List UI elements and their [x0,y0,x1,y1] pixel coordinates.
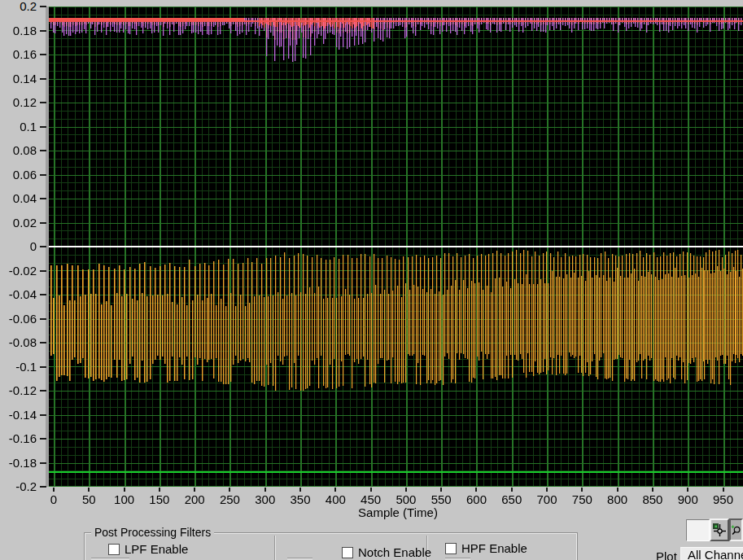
hpf-checkbox-box[interactable] [445,543,457,554]
zoom-magnifier-icon [731,523,741,537]
labview-front-panel: { "graph": { "xlabel": "Sample (Time)", … [0,0,743,560]
waveform-plot-canvas[interactable] [49,7,743,487]
y-tick-label: 0.12 [0,95,37,110]
x-tick-mark [723,488,724,492]
x-tick-mark [652,488,653,492]
x-tick-mark [299,488,301,492]
plot-channel-dropdown[interactable]: All Channel [680,547,743,560]
hpf-checkbox-label: HPF Enable [461,541,527,555]
x-tick-mark [440,488,442,492]
cursor-crosshair-icon [712,523,727,537]
notch-checkbox-box[interactable] [342,547,353,558]
x-tick-mark [194,488,195,492]
x-tick-mark [405,488,407,492]
lpf-checkbox-box[interactable] [108,544,120,555]
graph-tools-display [686,519,710,541]
x-tick-mark [546,488,548,492]
y-tick-label: -0.04 [0,287,37,302]
y-tick-mark [40,174,46,176]
y-tick-label: 0.2 [0,0,37,14]
y-tick-label: -0.06 [0,312,37,326]
y-tick-label: 0.1 [0,120,37,134]
x-tick-mark [229,488,230,492]
y-tick-mark [40,222,46,224]
x-tick-mark [511,488,513,492]
y-tick-label: 0.02 [0,216,37,230]
x-axis-title: Sample (Time) [317,505,479,519]
y-tick-mark [40,390,46,392]
groupbox-title: Post Processing Filters [91,526,214,539]
y-tick-mark [40,6,46,7]
y-tick-mark [40,366,46,368]
y-tick-mark [40,150,46,151]
y-tick-mark [40,246,46,247]
plot-selector-label: Plot [656,549,677,560]
y-tick-mark [40,126,46,128]
y-tick-label: -0.16 [0,431,37,446]
y-tick-mark [40,198,46,199]
y-tick-label: -0.08 [0,335,37,350]
y-tick-label: 0.16 [0,47,37,62]
y-tick-label: -0.12 [0,383,37,398]
zoom-tool-button[interactable] [729,518,743,541]
x-tick-mark [687,488,688,492]
notch-checkbox-label: Notch Enable [358,545,431,559]
y-tick-mark [40,54,46,55]
y-tick-label: 0.04 [0,191,37,206]
plot-channel-value: All Channel [688,548,743,560]
x-tick-mark [617,488,618,492]
x-tick-mark [581,488,583,492]
y-tick-mark [40,318,46,320]
y-tick-mark [40,462,46,464]
y-tick-label: -0.02 [0,264,37,278]
y-tick-mark [40,30,46,32]
y-tick-mark [40,270,46,272]
y-tick-label: -0.1 [0,360,37,374]
y-tick-label: -0.14 [0,408,37,422]
lpf-enable-checkbox[interactable]: LPF Enable [108,542,188,556]
y-tick-mark [40,438,46,440]
y-tick-mark [40,414,46,416]
y-tick-mark [40,102,46,103]
y-tick-label: 0.14 [0,72,37,86]
y-tick-label: 0.08 [0,143,37,158]
x-tick-mark [124,488,125,492]
cursor-tool-button[interactable] [710,518,729,541]
x-tick-label: 950 [699,492,743,506]
y-tick-label: 0.06 [0,168,37,182]
group-separator-1 [274,536,275,560]
lpf-checkbox-label: LPF Enable [125,542,188,556]
x-tick-mark [53,488,55,492]
x-tick-mark [475,488,477,492]
y-tick-mark [40,486,46,488]
x-tick-mark [264,488,266,492]
y-tick-label: -0.18 [0,456,37,470]
x-tick-mark [334,488,336,492]
y-tick-label: 0.18 [0,24,37,38]
y-tick-mark [40,294,46,295]
y-tick-label: 0 [0,239,37,254]
x-tick-mark [159,488,160,492]
notch-enable-checkbox[interactable]: Notch Enable [342,545,431,559]
x-tick-mark [88,488,90,492]
y-tick-mark [40,342,46,343]
y-tick-mark [40,78,46,80]
hpf-enable-checkbox[interactable]: HPF Enable [445,541,527,555]
x-tick-mark [370,488,372,492]
